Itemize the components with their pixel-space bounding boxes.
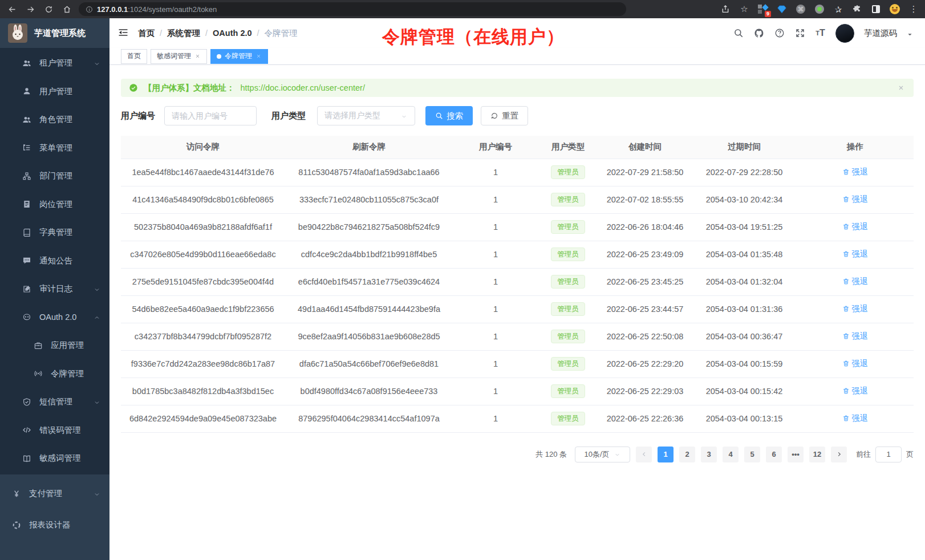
reload-icon[interactable] <box>42 3 55 15</box>
force-logout-button[interactable]: 强退 <box>842 249 868 259</box>
trash-icon <box>842 196 850 203</box>
user-type-badge: 管理员 <box>551 247 585 261</box>
search-icon[interactable] <box>733 28 744 39</box>
column-header: 过期时间 <box>692 136 796 159</box>
page-number-button[interactable]: 1 <box>658 447 674 462</box>
users-icon <box>22 115 31 124</box>
puzzle-extension-icon[interactable] <box>851 3 863 15</box>
user-id-input[interactable] <box>164 106 257 125</box>
sidebar-item[interactable]: 支付管理 <box>0 478 109 509</box>
breadcrumb-item[interactable]: 系统管理 <box>167 28 200 39</box>
address-bar[interactable]: 127.0.0.1:1024/system/oauth2/token <box>79 2 626 16</box>
force-logout-button[interactable]: 强退 <box>842 277 868 287</box>
users-icon <box>22 58 31 68</box>
gem-extension-icon[interactable] <box>776 3 788 15</box>
sidebar-item[interactable]: 角色管理 <box>0 105 109 134</box>
breadcrumb-item[interactable]: 首页 <box>138 28 155 39</box>
force-logout-button[interactable]: 强退 <box>842 167 868 177</box>
bookmark-star-icon[interactable]: ☆ <box>739 3 750 15</box>
next-page-button[interactable] <box>831 447 847 462</box>
share-icon[interactable] <box>720 3 731 15</box>
back-icon[interactable] <box>6 3 18 15</box>
page-number-button[interactable]: 2 <box>679 447 695 462</box>
force-logout-button[interactable]: 强退 <box>842 331 868 342</box>
search-button[interactable]: 搜索 <box>425 106 473 125</box>
sidebar-item[interactable]: 字典管理 <box>0 218 109 247</box>
sidebar-item[interactable]: 审计日志 <box>0 275 109 303</box>
tab-close-icon[interactable] <box>194 53 201 59</box>
sidebar-item[interactable]: 短信管理 <box>0 388 109 416</box>
user-name[interactable]: 芋道源码 <box>864 28 897 39</box>
forward-icon[interactable] <box>24 3 36 15</box>
reset-button[interactable]: 重置 <box>481 106 528 125</box>
doc-link[interactable]: https://doc.iocoder.cn/user-center/ <box>241 83 365 92</box>
browser-extensions: ☆ 9 ⌘ ✰ ⋮ <box>720 3 919 15</box>
page-size-select[interactable]: 10条/页 <box>575 447 630 462</box>
sidebar-item[interactable]: 错误码管理 <box>0 416 109 445</box>
extension-cluster-icon[interactable]: 9 <box>757 3 769 15</box>
url-text: 127.0.0.1:1024/system/oauth2/token <box>97 5 217 14</box>
refresh-token-cell: cdfc4ce9c2da4bb1bdf21b9918ff4be5 <box>285 241 453 268</box>
id-badge-icon <box>22 200 31 209</box>
table-row: b0d1785bc3a8482f812db4a3f3bd15ec b0df498… <box>121 378 914 405</box>
table-row: 275e5de9151045fe87cbdc395e004f4d e6cfd40… <box>121 268 914 295</box>
force-logout-button[interactable]: 强退 <box>842 386 868 396</box>
sidebar-item[interactable]: 部门管理 <box>0 162 109 190</box>
page-number-button[interactable]: 12 <box>809 447 825 462</box>
sidebar-item[interactable]: 报表设计器 <box>0 509 109 541</box>
sidepanel-icon[interactable] <box>870 3 882 15</box>
sidebar-item[interactable]: 敏感词管理 <box>0 444 109 473</box>
sidebar-item[interactable]: 菜单管理 <box>0 134 109 163</box>
font-size-icon[interactable]: TT <box>815 28 826 39</box>
page-tab[interactable]: 令牌管理 <box>210 49 268 64</box>
force-logout-button[interactable]: 强退 <box>842 304 868 314</box>
page-number-button[interactable]: 6 <box>766 447 782 462</box>
tab-close-icon[interactable] <box>255 53 262 59</box>
header-actions: TT 芋道源码 <box>733 24 914 43</box>
github-icon[interactable] <box>753 28 764 39</box>
breadcrumb-item[interactable]: OAuth 2.0 <box>213 29 251 38</box>
created-at-cell: 2022-07-29 21:58:50 <box>598 159 692 186</box>
code-icon <box>22 425 31 435</box>
page-tab[interactable]: 敏感词管理 <box>151 49 207 64</box>
alert-title: 【用户体系】文档地址： <box>144 83 235 94</box>
prev-page-button[interactable] <box>636 447 652 462</box>
force-logout-button[interactable]: 强退 <box>842 359 868 369</box>
recorder-extension-icon[interactable] <box>814 3 825 15</box>
home-icon[interactable] <box>60 3 73 15</box>
breadcrumb-item[interactable]: 令牌管理 <box>265 28 298 39</box>
green-star-extension-icon[interactable]: ✰ <box>833 3 844 15</box>
sidebar-item[interactable]: 令牌管理 <box>0 360 109 388</box>
sidebar-item[interactable]: 租户管理 <box>0 49 109 78</box>
caret-down-icon[interactable] <box>907 30 914 36</box>
refresh-token-cell: 8796295f04064c2983414cc54af1097a <box>285 405 453 432</box>
sidebar-item[interactable]: 岗位管理 <box>0 190 109 219</box>
created-at-cell: 2022-06-26 18:04:46 <box>598 213 692 241</box>
goto-page-input[interactable] <box>875 447 902 462</box>
page-number-button[interactable]: 4 <box>723 447 739 462</box>
sidebar-item[interactable]: 通知公告 <box>0 247 109 275</box>
app-logo[interactable]: 芋道管理系统 <box>0 18 109 48</box>
page-number-button[interactable]: 5 <box>744 447 760 462</box>
profile-avatar-icon[interactable] <box>889 3 900 15</box>
help-icon[interactable] <box>774 28 785 39</box>
user-type-select[interactable]: 请选择用户类型 <box>317 106 415 125</box>
alert-close-icon[interactable] <box>898 84 906 92</box>
force-logout-button[interactable]: 强退 <box>842 222 868 232</box>
user-id-cell: 1 <box>453 350 538 378</box>
fullscreen-icon[interactable] <box>794 28 805 39</box>
force-logout-button[interactable]: 强退 <box>842 413 868 424</box>
sidebar-item[interactable]: 用户管理 <box>0 78 109 106</box>
user-avatar[interactable] <box>835 24 854 43</box>
command-extension-icon[interactable]: ⌘ <box>795 3 806 15</box>
page-tab[interactable]: 首页 <box>121 49 147 64</box>
info-icon[interactable] <box>86 6 93 13</box>
access-token-cell: 502375b8040a469a9b82188afdf6af1f <box>121 213 285 241</box>
browser-menu-icon[interactable]: ⋮ <box>908 3 919 15</box>
force-logout-button[interactable]: 强退 <box>842 194 868 205</box>
sidebar-item[interactable]: OAuth 2.0 <box>0 303 109 332</box>
page-number-button[interactable]: ••• <box>788 447 804 462</box>
sidebar-fold-icon[interactable] <box>117 27 130 39</box>
sidebar-item[interactable]: 应用管理 <box>0 331 109 360</box>
page-number-button[interactable]: 3 <box>701 447 717 462</box>
